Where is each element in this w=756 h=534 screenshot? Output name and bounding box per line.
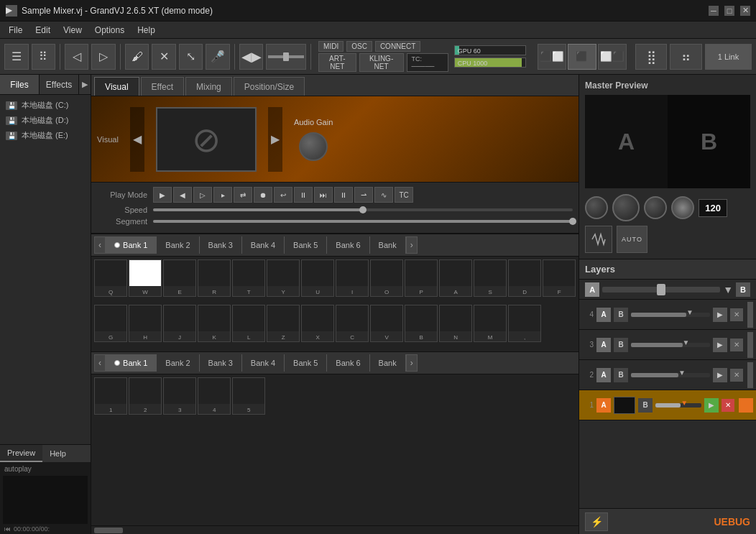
- sample-cell[interactable]: H: [129, 305, 162, 342]
- sample-cell[interactable]: N: [439, 305, 472, 342]
- master-knob-3[interactable]: [644, 196, 667, 219]
- layer-2-slider[interactable]: ▼: [631, 373, 710, 377]
- layer-2-x-btn[interactable]: ✕: [730, 369, 743, 382]
- connect-btn[interactable]: CONNECT: [375, 41, 420, 52]
- layer-4-slider[interactable]: ▼: [631, 313, 710, 317]
- pm-pause-btn[interactable]: ⏸: [334, 187, 353, 203]
- drive-d[interactable]: 💾 本地磁盘 (D:): [3, 113, 88, 128]
- toolbar-dots-btn[interactable]: ⠶: [670, 44, 702, 70]
- help-tab[interactable]: Help: [42, 445, 73, 462]
- layer-2-b-btn[interactable]: B: [614, 368, 628, 382]
- klingnet-btn[interactable]: KLING-NET: [359, 53, 404, 72]
- layers-power-btn[interactable]: ⚡: [585, 512, 608, 531]
- bank-nav-left-1[interactable]: ‹: [94, 236, 106, 254]
- sample-cell[interactable]: 3: [163, 377, 196, 415]
- bank-tab-2-7[interactable]: Bank: [370, 354, 406, 372]
- toolbar-x-btn[interactable]: ✕: [152, 44, 176, 70]
- sample-cell[interactable]: O: [370, 259, 403, 297]
- auto-btn[interactable]: AUTO: [617, 226, 647, 253]
- sample-cell[interactable]: D: [508, 259, 541, 297]
- toolbar-grid2-btn[interactable]: ⣿: [635, 44, 668, 70]
- drive-e[interactable]: 💾 本地磁盘 (E:): [3, 128, 88, 143]
- pm-step2-btn[interactable]: ⏭: [314, 187, 333, 203]
- sample-cell[interactable]: Y: [267, 259, 300, 297]
- toolbar-grid-btn[interactable]: ⠿: [32, 44, 56, 70]
- visual-next-btn[interactable]: ▶: [268, 107, 282, 172]
- layer-4-a-btn[interactable]: A: [596, 308, 611, 322]
- pm-tc-btn[interactable]: TC: [395, 187, 413, 203]
- effects-tab[interactable]: Effects: [40, 75, 79, 94]
- layer-1-b-btn[interactable]: B: [638, 398, 653, 413]
- maximize-button[interactable]: □: [724, 6, 734, 16]
- fe-arrow[interactable]: ▶: [79, 75, 91, 94]
- bank-tab-2-3[interactable]: Bank 3: [200, 354, 242, 372]
- pm-single-btn[interactable]: ▷: [193, 187, 212, 203]
- drive-c[interactable]: 💾 本地磁盘 (C:): [3, 98, 88, 113]
- sample-cell[interactable]: B: [405, 305, 438, 342]
- pm-rand-btn[interactable]: ⇀: [354, 187, 373, 203]
- layer-1-extra[interactable]: [739, 398, 753, 413]
- sample-cell[interactable]: P: [405, 259, 438, 297]
- bank-tab-1-5[interactable]: Bank 5: [285, 236, 327, 254]
- view-full-btn[interactable]: ⬛: [568, 44, 596, 70]
- sample-cell[interactable]: I: [336, 259, 369, 297]
- pm-bounce-btn[interactable]: ⇄: [234, 187, 252, 203]
- sample-cell[interactable]: K: [198, 305, 231, 342]
- sample-cell[interactable]: U: [301, 259, 334, 297]
- sample-cell[interactable]: F: [543, 259, 576, 297]
- layers-scroll[interactable]: 4 A B ▼ ▶ ✕ 3 A B: [579, 300, 756, 508]
- files-tab[interactable]: Files: [0, 75, 40, 94]
- toolbar-mic-btn[interactable]: 🎤: [206, 44, 230, 70]
- sample-cell[interactable]: 1: [94, 377, 127, 415]
- toolbar-vol-btn[interactable]: ◀▶: [239, 44, 264, 70]
- pm-rec-btn[interactable]: ⏺: [254, 187, 272, 203]
- tab-visual[interactable]: Visual: [94, 77, 139, 96]
- toolbar-fit-btn[interactable]: ⤡: [179, 44, 203, 70]
- menu-file[interactable]: File: [3, 24, 28, 37]
- sample-cell[interactable]: X: [301, 305, 334, 342]
- menu-options[interactable]: Options: [89, 24, 130, 37]
- sample-cell[interactable]: G: [94, 305, 127, 342]
- pm-pp-btn[interactable]: ⏸: [294, 187, 313, 203]
- master-wave-btn[interactable]: [585, 226, 612, 253]
- sample-cell[interactable]: 5: [232, 377, 265, 415]
- sample-cell[interactable]: W: [129, 259, 162, 297]
- link-btn[interactable]: 1 Link: [705, 44, 752, 70]
- bank-tab-1-3[interactable]: Bank 3: [200, 236, 242, 254]
- layer-1-x-btn[interactable]: ✕: [722, 399, 734, 412]
- toolbar-prev-btn[interactable]: ◁: [65, 44, 89, 70]
- pm-fwd-btn[interactable]: ▶: [153, 187, 172, 203]
- bank-tab-2-5[interactable]: Bank 5: [285, 354, 327, 372]
- master-knob-1[interactable]: [585, 196, 608, 219]
- bank-tab-1-1[interactable]: Bank 1: [106, 236, 157, 254]
- pm-loop-btn[interactable]: ↩: [274, 187, 292, 203]
- bank-nav-right-1[interactable]: ›: [406, 236, 418, 254]
- pm-rev-btn[interactable]: ◀: [173, 187, 192, 203]
- sample-cell[interactable]: M: [474, 305, 507, 342]
- h-scrollbar[interactable]: [91, 525, 578, 534]
- menu-view[interactable]: View: [57, 24, 88, 37]
- sample-cell[interactable]: A: [439, 259, 472, 297]
- view-alt-btn[interactable]: ⬜⬛: [598, 44, 627, 70]
- tab-position[interactable]: Position/Size: [234, 77, 305, 96]
- pm-wave-btn[interactable]: ∿: [374, 187, 393, 203]
- sample-cell[interactable]: C: [336, 305, 369, 342]
- sample-cell[interactable]: L: [232, 305, 265, 342]
- layer-4-b-btn[interactable]: B: [614, 308, 628, 322]
- sample-cell[interactable]: S: [474, 259, 507, 297]
- bank-nav-left-2[interactable]: ‹: [94, 354, 106, 372]
- layer-3-x-btn[interactable]: ✕: [730, 339, 743, 351]
- preview-tab[interactable]: Preview: [0, 445, 42, 462]
- layer-2-a-btn[interactable]: A: [596, 368, 611, 382]
- tab-mixing[interactable]: Mixing: [185, 77, 232, 96]
- layer-3-a-btn[interactable]: A: [596, 338, 611, 352]
- sample-cell[interactable]: Z: [267, 305, 300, 342]
- master-contrast-knob[interactable]: [671, 196, 694, 219]
- bank-tab-1-4[interactable]: Bank 4: [242, 236, 285, 254]
- layer-4-x-btn[interactable]: ✕: [730, 308, 743, 321]
- master-knob-2[interactable]: [612, 194, 640, 221]
- layer-2-play-btn[interactable]: ▶: [713, 368, 727, 382]
- visual-prev-btn[interactable]: ◀: [130, 107, 144, 172]
- minimize-button[interactable]: ─: [709, 6, 719, 16]
- sample-cell[interactable]: V: [370, 305, 403, 342]
